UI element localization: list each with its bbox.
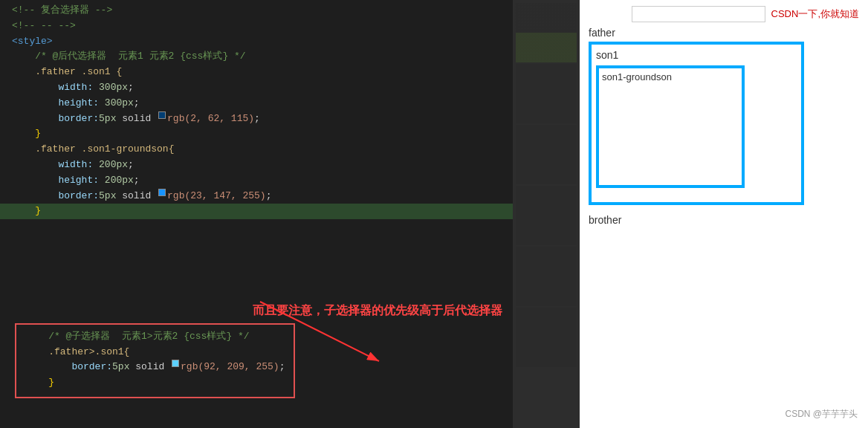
brace-text: }	[12, 126, 41, 142]
code-panel: <!-- 复合选择器 --> <!-- -- --> <style> /* @后…	[0, 0, 513, 428]
brother-label: brother	[589, 214, 859, 226]
preview-panel: CSDN一下,你就知道 father son1 son1-groundson b…	[580, 0, 868, 428]
code-line: .father .son1 {	[0, 65, 513, 80]
code-line: <!-- 复合选择器 -->	[0, 3, 513, 19]
code-line: }	[0, 204, 513, 219]
arrow-svg	[245, 294, 394, 383]
property-text: width:	[12, 80, 99, 96]
thumbnail-item	[516, 186, 577, 245]
csdn-header: CSDN一下,你就知道	[589, 6, 859, 22]
code-line: .father .son1-groundson{	[0, 142, 513, 158]
comment-text: /* @后代选择器 元素1 元素2 {css样式} */	[12, 49, 246, 65]
thumbnail-item	[516, 247, 577, 306]
groundson-box: son1-groundson	[596, 65, 745, 188]
code-line: <style>	[0, 34, 513, 50]
code-line: height: 300px;	[0, 96, 513, 111]
son1-label: son1	[596, 49, 797, 61]
code-line: width: 300px;	[0, 80, 513, 96]
father-label: father	[589, 27, 859, 39]
color-swatch	[158, 189, 166, 196]
code-line: /* @后代选择器 元素1 元素2 {css样式} */	[0, 49, 513, 65]
code-line: height: 200px;	[0, 173, 513, 189]
thumbnail-item	[516, 64, 577, 123]
thumbnail-item	[516, 3, 577, 62]
svg-line-1	[260, 302, 379, 361]
code-line: }	[0, 126, 513, 142]
search-input[interactable]	[632, 6, 765, 22]
color-swatch	[158, 111, 166, 119]
code-line: <!-- -- -->	[0, 19, 513, 34]
color-swatch	[172, 360, 179, 367]
code-line: border:5px solid rgb(23, 147, 255);	[0, 189, 513, 204]
thumbnail-item	[516, 308, 577, 367]
groundson-label: son1-groundson	[602, 71, 739, 82]
selector-text: .father .son1-groundson{	[12, 142, 174, 158]
code-line: border:5px solid rgb(2, 62, 115);	[0, 111, 513, 127]
son1-box: son1 son1-groundson	[589, 42, 804, 205]
csdn-footer: CSDN @芋芋芋头	[785, 408, 858, 421]
csdn-link[interactable]: CSDN一下,你就知道	[771, 7, 859, 21]
comment-text: <!-- -- -->	[12, 19, 76, 34]
code-line: width: 200px;	[0, 158, 513, 173]
selector-text: .father .son1 {	[12, 65, 122, 80]
tag-text: <style>	[12, 34, 53, 50]
property-text: height:	[12, 96, 105, 111]
thumbnail-panel	[513, 0, 580, 428]
comment-text: <!-- 复合选择器 -->	[12, 3, 112, 19]
thumbnail-item	[516, 125, 577, 184]
